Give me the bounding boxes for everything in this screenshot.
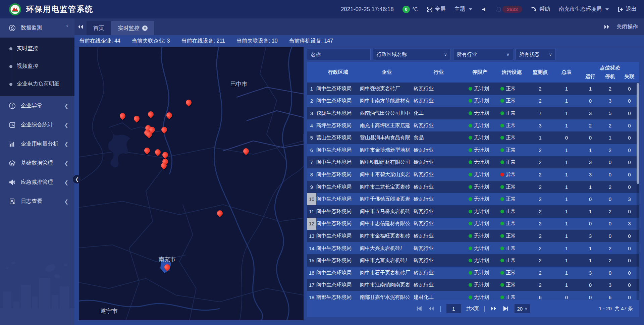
stop-status-cell: 无计划 [464, 181, 496, 193]
table-row[interactable]: 18南部生态环境局南部县嘉华水泥有限公建材化工无计划正常60060 [307, 291, 639, 300]
table-row[interactable]: 2阆中生态环境局阆中市南方节能建材有砖瓦行业无计划正常21030 [307, 95, 639, 107]
map-canvas[interactable]: 巴中市南充市遂宁市 [79, 47, 304, 320]
sidebar-item-6[interactable]: 应急减排管理❮ [0, 173, 74, 192]
log-icon [9, 198, 16, 205]
sidebar-item-4[interactable]: 企业用电量分析❮ [0, 134, 74, 154]
table-row[interactable]: 14阆中生态环境局阆中大兴页岩机砖厂砖瓦行业无计划正常21120 [307, 242, 639, 255]
table-row[interactable]: 5营山生态环境局营山县润丰肉食品有限食品无计划正常10010 [307, 131, 639, 144]
red-status-dot [500, 173, 504, 176]
sidebar-collapse-button[interactable]: ❮ [73, 175, 81, 183]
halt-count-cell: 2 [600, 181, 620, 193]
total-meter-cell: 1 [553, 230, 580, 242]
run-count-cell: 3 [580, 107, 600, 119]
fullscreen-button[interactable]: 全屏 [427, 6, 446, 13]
region-cell: 营山生态环境局 [316, 131, 360, 144]
tab-首页[interactable]: 首页 [87, 21, 111, 35]
green-status-dot [500, 234, 504, 238]
scrollbar-thumb[interactable] [637, 83, 639, 184]
green-status-dot [500, 136, 504, 140]
run-count-cell: 1 [580, 144, 600, 156]
monitor-count-cell: 2 [528, 242, 553, 255]
green-status-dot [500, 247, 504, 250]
speaker-mute-button[interactable] [481, 6, 487, 12]
region-cell: 阆中生态环境局 [316, 267, 360, 279]
enterprise-cell: 南部县嘉华水泥有限公 [360, 291, 414, 300]
enterprise-cell: 阆中市忠信建材有限公 [360, 218, 414, 230]
table-row[interactable]: 4高坪生态环境局南充市高坪区王家店建砖瓦行业无计划正常31220 [307, 119, 639, 132]
org-dropdown[interactable]: 南充市生态环境局 [559, 6, 609, 13]
table-row[interactable]: 17阆中生态环境局阆中市江南镇阆南页岩砖瓦行业无计划正常21030 [307, 279, 639, 291]
monitor-count-cell: 2 [528, 254, 553, 267]
sidebar-item-3[interactable]: 企业综合统计❮ [0, 115, 74, 134]
table-row[interactable]: 13阆中生态环境局阆中市金福旺页岩机砖砖瓦行业无计划正常21300 [307, 230, 639, 242]
close-operations-button[interactable]: 关闭操作 [616, 23, 638, 31]
enterprise-cell: 阆中强锐页岩砖厂 [360, 83, 414, 95]
halt-count-cell: 3 [600, 95, 620, 107]
sidebar-subitem-企业电力负荷明细[interactable]: 企业电力负荷明细 [0, 75, 74, 93]
name-search-input[interactable] [307, 49, 371, 60]
facility-status-cell: 正常 [496, 205, 528, 218]
table-row[interactable]: 12阆中生态环境局阆中市忠信建材有限公砖瓦行业无计划正常21003 [307, 218, 639, 230]
green-status-dot [500, 124, 504, 127]
tabs-scroll-right-button[interactable] [604, 18, 610, 35]
table-row[interactable]: 10阆中生态环境局阆中千佛镇五郎垭页岩砖瓦行业无计划正常21003 [307, 193, 639, 205]
sidebar-subitem-视频监控[interactable]: 视频监控 [0, 57, 74, 75]
next-page-button[interactable] [490, 305, 497, 312]
table-row[interactable]: 9阆中生态环境局阆中市二龙长宝页岩砖砖瓦行业无计划正常21120 [307, 181, 639, 193]
table-row[interactable]: 1阆中生态环境局阆中强锐页岩砖厂砖瓦行业无计划正常21120 [307, 83, 639, 95]
industry-select[interactable]: 所有行业∨ [453, 49, 513, 60]
sidebar-item-label: 应急减排管理 [21, 179, 64, 186]
region-cell: 阆中生态环境局 [316, 181, 360, 193]
run-count-cell: 0 [580, 95, 600, 107]
table-row[interactable]: 3仪陇生态环境局西南油气田分公司川中化工无计划正常71350 [307, 107, 639, 119]
tab-实时监控[interactable]: 实时监控✕ [111, 21, 154, 35]
table-row[interactable]: 7阆中生态环境局阆中明阳建材有限公司砖瓦行业无计划正常21300 [307, 156, 639, 169]
tab-close-icon[interactable]: ✕ [142, 25, 148, 31]
region-cell: 阆中生态环境局 [316, 242, 360, 255]
table-row[interactable]: 6阆中生态环境局阆中市金博瑞新型墙材砖瓦行业无计划正常21120 [307, 144, 639, 156]
green-status-dot [469, 185, 472, 189]
sidebar-item-label: 基础数据管理 [21, 160, 64, 167]
tabs-scroll-left-button[interactable] [74, 18, 87, 35]
region-select[interactable]: 行政区域名称∨ [373, 49, 451, 60]
green-status-dot [469, 136, 472, 140]
sidebar-item-5[interactable]: 基础数据管理❮ [0, 154, 74, 173]
sidebar-item-2[interactable]: 企业异常❮ [0, 96, 74, 115]
last-page-button[interactable] [502, 305, 509, 312]
first-page-button[interactable] [416, 305, 423, 312]
tab-strip: 首页实时监控✕ 关闭操作 [74, 18, 644, 35]
sub-col-header-失联: 失联 [620, 72, 639, 81]
monitor-count-cell: 2 [528, 156, 553, 169]
status-text: 无计划 [474, 220, 489, 227]
sidebar-item-7[interactable]: 日志查看❮ [0, 192, 74, 211]
table-row[interactable]: 8阆中生态环境局阆中市枣碧大梁山页岩砖瓦行业无计划异常21300 [307, 168, 639, 181]
theme-dropdown[interactable]: 主题 [454, 6, 472, 13]
total-meter-cell: 1 [553, 267, 580, 279]
run-count-cell: 3 [580, 168, 600, 181]
status-text: 无计划 [474, 171, 489, 178]
logout-button[interactable]: 退出 [618, 6, 637, 13]
total-meter-cell: 1 [553, 242, 580, 255]
status-text: 正常 [506, 270, 516, 276]
status-text: 无计划 [474, 134, 489, 141]
table-row[interactable]: 15阆中生态环境局阆中市光富页岩机砖厂砖瓦行业无计划正常21120 [307, 254, 639, 267]
run-count-cell: 1 [580, 205, 600, 218]
table-row[interactable]: 11阆中生态环境局阆中市五马桥页岩机砖砖瓦行业无计划正常21120 [307, 205, 639, 218]
notification-button[interactable]: 2632 [496, 6, 522, 13]
run-count-cell: 0 [580, 218, 600, 230]
stop-status-cell: 无计划 [464, 279, 496, 291]
page-number-input[interactable] [446, 304, 461, 313]
sidebar-nav: 数据监测˅实时监控视频监控企业电力负荷明细企业异常❮企业综合统计❮企业用电量分析… [0, 18, 74, 325]
help-button[interactable]: 帮助 [531, 6, 550, 13]
status-text: 正常 [506, 294, 516, 300]
sidebar-item-1[interactable]: 数据监测˅ [0, 18, 74, 38]
green-status-dot [500, 295, 504, 299]
status-select[interactable]: 所有状态∨ [516, 49, 556, 60]
page-size-select[interactable]: 20 ∨ [514, 304, 530, 313]
city-silhouette-watermark [0, 245, 74, 325]
sidebar-subitem-实时监控[interactable]: 实时监控 [0, 40, 74, 57]
prev-page-button[interactable] [428, 305, 435, 312]
industry-cell: 砖瓦行业 [414, 193, 464, 205]
table-row[interactable]: 16阆中生态环境局阆中市石子页岩机砖厂砖瓦行业无计划正常21300 [307, 267, 639, 279]
datetime-label: 2021-02-25 17:46:18 [341, 6, 394, 13]
